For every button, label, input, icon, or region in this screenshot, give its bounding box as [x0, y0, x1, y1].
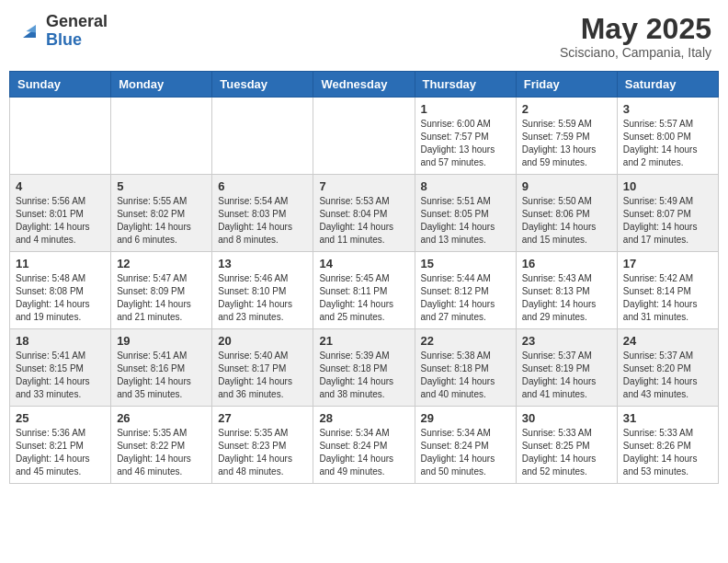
day-info: Sunrise: 5:38 AM Sunset: 8:18 PM Dayligh…: [421, 350, 510, 401]
day-header-saturday: Saturday: [617, 72, 718, 98]
day-info: Sunrise: 5:55 AM Sunset: 8:02 PM Dayligh…: [117, 195, 206, 247]
day-info: Sunrise: 5:34 AM Sunset: 8:24 PM Dayligh…: [421, 427, 510, 478]
day-header-thursday: Thursday: [415, 72, 516, 98]
day-info: Sunrise: 5:43 AM Sunset: 8:13 PM Dayligh…: [522, 272, 611, 324]
day-info: Sunrise: 5:39 AM Sunset: 8:18 PM Dayligh…: [319, 350, 408, 401]
calendar-week-3: 11Sunrise: 5:48 AM Sunset: 8:08 PM Dayli…: [10, 252, 719, 329]
day-number: 8: [421, 179, 510, 193]
day-number: 5: [117, 179, 206, 193]
day-header-wednesday: Wednesday: [313, 72, 415, 98]
day-number: 18: [16, 334, 105, 348]
day-number: 28: [319, 411, 408, 425]
calendar-week-2: 4Sunrise: 5:56 AM Sunset: 8:01 PM Daylig…: [10, 175, 719, 252]
calendar-cell: 7Sunrise: 5:53 AM Sunset: 8:04 PM Daylig…: [313, 175, 415, 252]
calendar-cell: 11Sunrise: 5:48 AM Sunset: 8:08 PM Dayli…: [10, 252, 111, 329]
day-number: 27: [218, 411, 307, 425]
day-number: 30: [522, 411, 611, 425]
day-number: 6: [218, 179, 307, 193]
calendar-cell: 2Sunrise: 5:59 AM Sunset: 7:59 PM Daylig…: [516, 98, 617, 175]
calendar-cell: 17Sunrise: 5:42 AM Sunset: 8:14 PM Dayli…: [617, 252, 718, 329]
calendar-cell: [111, 98, 212, 175]
calendar-table: SundayMondayTuesdayWednesdayThursdayFrid…: [9, 71, 719, 484]
day-number: 14: [319, 257, 408, 270]
day-info: Sunrise: 5:40 AM Sunset: 8:17 PM Dayligh…: [218, 350, 307, 401]
calendar-cell: 3Sunrise: 5:57 AM Sunset: 8:00 PM Daylig…: [617, 98, 718, 175]
logo-blue-text: Blue: [46, 31, 108, 50]
calendar-cell: 4Sunrise: 5:56 AM Sunset: 8:01 PM Daylig…: [10, 175, 111, 252]
day-info: Sunrise: 5:41 AM Sunset: 8:15 PM Dayligh…: [16, 350, 105, 401]
calendar-cell: 5Sunrise: 5:55 AM Sunset: 8:02 PM Daylig…: [111, 175, 212, 252]
calendar-cell: 12Sunrise: 5:47 AM Sunset: 8:09 PM Dayli…: [111, 252, 212, 329]
day-info: Sunrise: 5:54 AM Sunset: 8:03 PM Dayligh…: [218, 195, 307, 247]
day-info: Sunrise: 5:46 AM Sunset: 8:10 PM Dayligh…: [218, 272, 307, 324]
calendar-cell: 25Sunrise: 5:36 AM Sunset: 8:21 PM Dayli…: [10, 407, 111, 484]
day-number: 19: [117, 334, 206, 348]
day-info: Sunrise: 5:59 AM Sunset: 7:59 PM Dayligh…: [522, 118, 611, 169]
day-number: 13: [218, 257, 307, 270]
day-info: Sunrise: 5:53 AM Sunset: 8:04 PM Dayligh…: [319, 195, 408, 247]
day-number: 25: [16, 411, 105, 425]
day-info: Sunrise: 5:33 AM Sunset: 8:25 PM Dayligh…: [522, 427, 611, 478]
day-info: Sunrise: 5:48 AM Sunset: 8:08 PM Dayligh…: [16, 272, 105, 324]
calendar-cell: 9Sunrise: 5:50 AM Sunset: 8:06 PM Daylig…: [516, 175, 617, 252]
day-info: Sunrise: 5:33 AM Sunset: 8:26 PM Dayligh…: [623, 427, 712, 478]
day-number: 22: [421, 334, 510, 348]
calendar-cell: 15Sunrise: 5:44 AM Sunset: 8:12 PM Dayli…: [415, 252, 516, 329]
day-number: 9: [522, 179, 611, 193]
logo-icon: [17, 18, 42, 44]
day-info: Sunrise: 5:56 AM Sunset: 8:01 PM Dayligh…: [16, 195, 105, 247]
day-number: 7: [319, 179, 408, 193]
calendar-cell: 27Sunrise: 5:35 AM Sunset: 8:23 PM Dayli…: [212, 407, 313, 484]
calendar-cell: 20Sunrise: 5:40 AM Sunset: 8:17 PM Dayli…: [212, 329, 313, 407]
day-info: Sunrise: 5:35 AM Sunset: 8:23 PM Dayligh…: [218, 427, 307, 478]
day-number: 26: [117, 411, 206, 425]
day-info: Sunrise: 5:37 AM Sunset: 8:20 PM Dayligh…: [623, 350, 712, 401]
calendar-cell: 13Sunrise: 5:46 AM Sunset: 8:10 PM Dayli…: [212, 252, 313, 329]
month-year-title: May 2025: [560, 13, 711, 45]
logo: General Blue: [17, 13, 108, 50]
day-info: Sunrise: 5:35 AM Sunset: 8:22 PM Dayligh…: [117, 427, 206, 478]
calendar-cell: 31Sunrise: 5:33 AM Sunset: 8:26 PM Dayli…: [617, 407, 718, 484]
day-number: 29: [421, 411, 510, 425]
calendar-cell: 30Sunrise: 5:33 AM Sunset: 8:25 PM Dayli…: [516, 407, 617, 484]
calendar-cell: [10, 98, 111, 175]
calendar-cell: 6Sunrise: 5:54 AM Sunset: 8:03 PM Daylig…: [212, 175, 313, 252]
day-number: 10: [623, 179, 712, 193]
svg-marker-2: [27, 25, 37, 32]
page-header: General Blue May 2025 Scisciano, Campani…: [9, 9, 719, 63]
day-number: 24: [623, 334, 712, 348]
title-block: May 2025 Scisciano, Campania, Italy: [560, 13, 711, 60]
calendar-cell: 1Sunrise: 6:00 AM Sunset: 7:57 PM Daylig…: [415, 98, 516, 175]
day-number: 12: [117, 257, 206, 270]
calendar-cell: 19Sunrise: 5:41 AM Sunset: 8:16 PM Dayli…: [111, 329, 212, 407]
day-info: Sunrise: 5:57 AM Sunset: 8:00 PM Dayligh…: [623, 118, 712, 169]
calendar-cell: 23Sunrise: 5:37 AM Sunset: 8:19 PM Dayli…: [516, 329, 617, 407]
day-header-monday: Monday: [111, 72, 212, 98]
day-header-tuesday: Tuesday: [212, 72, 313, 98]
day-number: 16: [522, 257, 611, 270]
calendar-cell: [212, 98, 313, 175]
day-number: 3: [623, 102, 712, 116]
calendar-cell: 16Sunrise: 5:43 AM Sunset: 8:13 PM Dayli…: [516, 252, 617, 329]
calendar-header: SundayMondayTuesdayWednesdayThursdayFrid…: [10, 72, 719, 98]
calendar-cell: 22Sunrise: 5:38 AM Sunset: 8:18 PM Dayli…: [415, 329, 516, 407]
calendar-cell: 29Sunrise: 5:34 AM Sunset: 8:24 PM Dayli…: [415, 407, 516, 484]
day-info: Sunrise: 5:49 AM Sunset: 8:07 PM Dayligh…: [623, 195, 712, 247]
day-info: Sunrise: 5:51 AM Sunset: 8:05 PM Dayligh…: [421, 195, 510, 247]
day-number: 11: [16, 257, 105, 270]
location-text: Scisciano, Campania, Italy: [560, 45, 711, 60]
day-number: 21: [319, 334, 408, 348]
header-row: SundayMondayTuesdayWednesdayThursdayFrid…: [10, 72, 719, 98]
calendar-cell: 14Sunrise: 5:45 AM Sunset: 8:11 PM Dayli…: [313, 252, 415, 329]
day-info: Sunrise: 5:36 AM Sunset: 8:21 PM Dayligh…: [16, 427, 105, 478]
day-info: Sunrise: 6:00 AM Sunset: 7:57 PM Dayligh…: [421, 118, 510, 169]
day-number: 1: [421, 102, 510, 116]
calendar-cell: [313, 98, 415, 175]
calendar-cell: 8Sunrise: 5:51 AM Sunset: 8:05 PM Daylig…: [415, 175, 516, 252]
day-number: 15: [421, 257, 510, 270]
day-number: 23: [522, 334, 611, 348]
day-number: 31: [623, 411, 712, 425]
day-header-friday: Friday: [516, 72, 617, 98]
calendar-cell: 28Sunrise: 5:34 AM Sunset: 8:24 PM Dayli…: [313, 407, 415, 484]
logo-text: General Blue: [46, 13, 108, 50]
